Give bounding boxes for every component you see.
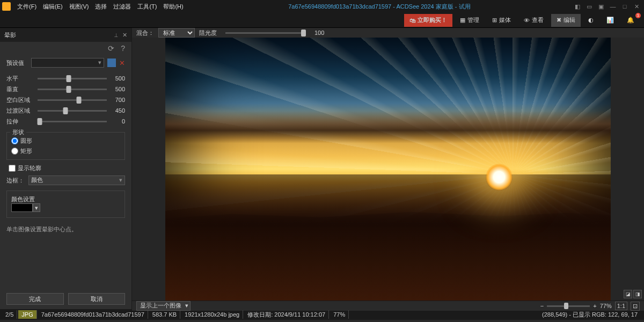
vignette-panel: 晕影 ⟂ ✕ ⟳ ? 预设值 ✕ 水平 500 垂直 500 (0, 28, 132, 309)
zoom-actual-icon[interactable]: ⊡ (631, 302, 640, 311)
color-swatch[interactable] (11, 203, 33, 212)
cart-icon: 🛍 (409, 17, 415, 24)
slider-thumb[interactable] (67, 86, 71, 93)
zoom-out-icon[interactable]: − (540, 303, 544, 309)
grid-icon: ▦ (460, 17, 465, 24)
done-button[interactable]: 完成 (6, 293, 64, 305)
shape-rect-radio[interactable]: 矩形 (11, 146, 120, 156)
zoom-fit-icon[interactable]: 1:1 (615, 302, 627, 310)
preview-image[interactable] (165, 38, 611, 301)
app-logo-icon (2, 2, 11, 11)
panel-close-icon[interactable]: ✕ (122, 32, 127, 39)
radio-label: 矩形 (20, 147, 32, 155)
checkbox-input[interactable] (9, 165, 16, 172)
help-icon[interactable]: ? (121, 44, 125, 53)
delete-preset-icon[interactable]: ✕ (119, 59, 125, 67)
panel-tools: ⟳ ? (0, 42, 131, 55)
slider-value: 0 (110, 118, 125, 125)
slider-clear-zone: 空白区域 700 (6, 94, 125, 105)
border-row: 边框： 颜色 (0, 173, 131, 187)
status-zoom: 77% (330, 310, 349, 319)
status-dimensions: 1921x1280x24b jpeg (181, 310, 243, 319)
zoom-thumb[interactable] (564, 303, 568, 309)
window-icon-1[interactable]: ◧ (572, 2, 583, 11)
slider-label: 空白区域 (6, 96, 34, 104)
status-index: 2/5 (2, 310, 17, 319)
menu-edit[interactable]: 编辑(E) (40, 0, 66, 13)
border-label: 边框： (6, 177, 24, 185)
close-button[interactable]: ✕ (631, 2, 642, 11)
status-format: JPG (18, 310, 36, 319)
status-cursor: (288,549) - 已显示 RGB: 122, 69, 17 (538, 311, 642, 319)
slider-value: 700 (110, 97, 125, 103)
slider-value: 500 (110, 75, 125, 82)
slider-value: 500 (110, 86, 125, 92)
statusbar: 2/5 JPG 7a67e56948809fd013a71b3dcad71597… (0, 309, 644, 320)
bottom-bar: 显示上一个图像 − + 77% 1:1 ⊡ (132, 301, 644, 311)
status-modified: 修改日期: 2024/9/11 10:12:07 (244, 310, 329, 319)
border-combo[interactable]: 颜色 (28, 175, 125, 185)
mode-edit[interactable]: ✖ 编辑 (551, 14, 581, 27)
tool-icon-1[interactable]: ◐ (583, 14, 599, 27)
buy-now-button[interactable]: 🛍 立即购买！ (404, 14, 452, 27)
window-icon-2[interactable]: ▭ (584, 2, 595, 11)
tool-icon-2[interactable]: 📊 (601, 14, 619, 27)
slider-label: 过渡区域 (6, 107, 34, 115)
radio-input[interactable] (11, 148, 18, 155)
slider-thumb[interactable] (77, 97, 82, 104)
sliders-group: 水平 500 垂直 500 空白区域 700 过渡区域 450 拉伸 (0, 71, 131, 129)
zoom-in-icon[interactable]: + (593, 303, 596, 309)
status-filename: 7a67e56948809fd013a71b3dcad71597 (38, 310, 148, 319)
canvas-tool-2[interactable]: ◨ (633, 290, 642, 298)
content-area: 混合： 标准 阻光度 100 ◪ ◨ 显示上一个图像 − (132, 28, 644, 309)
menu-help[interactable]: 帮助(H) (160, 0, 186, 13)
menu-file[interactable]: 文件(F) (14, 0, 40, 13)
opacity-slider[interactable] (225, 32, 306, 34)
cancel-button[interactable]: 取消 (68, 293, 126, 305)
color-dropdown-icon[interactable]: ▾ (33, 203, 40, 212)
preset-label: 预设值 (6, 59, 28, 67)
slider-track[interactable] (38, 89, 107, 90)
view-label: 查看 (532, 16, 544, 24)
slider-thumb[interactable] (63, 107, 68, 114)
show-outline-checkbox[interactable]: 显示轮廓 (0, 163, 131, 173)
menu-filter[interactable]: 过滤器 (110, 0, 134, 13)
save-preset-icon[interactable] (107, 58, 116, 67)
media-icon: ⊞ (492, 17, 497, 24)
slider-stretch: 拉伸 0 (6, 116, 125, 127)
menu-select[interactable]: 选择 (92, 0, 110, 13)
menu-tools[interactable]: 工具(T) (134, 0, 160, 13)
slider-thumb[interactable] (67, 75, 71, 82)
slider-label: 拉伸 (6, 118, 34, 126)
mode-manage[interactable]: ▦ 管理 (455, 14, 485, 27)
slider-label: 垂直 (6, 85, 34, 93)
opacity-thumb[interactable] (301, 30, 306, 36)
menu-view[interactable]: 视图(V) (66, 0, 92, 13)
prev-image-combo[interactable]: 显示上一个图像 (136, 301, 191, 311)
refresh-icon[interactable]: ⟳ (108, 44, 114, 53)
slider-track[interactable] (38, 78, 107, 79)
slider-track[interactable] (38, 110, 107, 112)
mode-media[interactable]: ⊞ 媒体 (487, 14, 516, 27)
window-icon-3[interactable]: ▣ (596, 2, 606, 11)
image-canvas[interactable]: ◪ ◨ (132, 38, 644, 301)
shape-group: 形状 圆形 矩形 (6, 132, 125, 160)
blend-mode-select[interactable]: 标准 (158, 28, 195, 38)
color-legend: 颜色设置 (11, 195, 120, 203)
canvas-tool-1[interactable]: ◪ (624, 290, 632, 298)
slider-track[interactable] (38, 121, 107, 122)
pin-icon[interactable]: ⟂ (114, 32, 118, 39)
mode-view[interactable]: 👁 查看 (518, 14, 549, 27)
preset-row: 预设值 ✕ (0, 55, 131, 71)
minimize-button[interactable]: — (608, 2, 618, 11)
preset-combo[interactable] (31, 58, 104, 68)
radio-input[interactable] (11, 137, 18, 144)
shape-circle-radio[interactable]: 圆形 (11, 136, 120, 146)
window-title: 7a67e56948809fd013a71b3dcad71597 - ACDSe… (187, 3, 572, 11)
notifications-icon[interactable]: 🔔 (621, 14, 640, 27)
maximize-button[interactable]: □ (619, 2, 630, 11)
status-filesize: 583.7 KB (149, 310, 180, 319)
zoom-slider[interactable] (547, 305, 590, 307)
slider-track[interactable] (38, 99, 107, 101)
slider-thumb[interactable] (37, 118, 42, 125)
